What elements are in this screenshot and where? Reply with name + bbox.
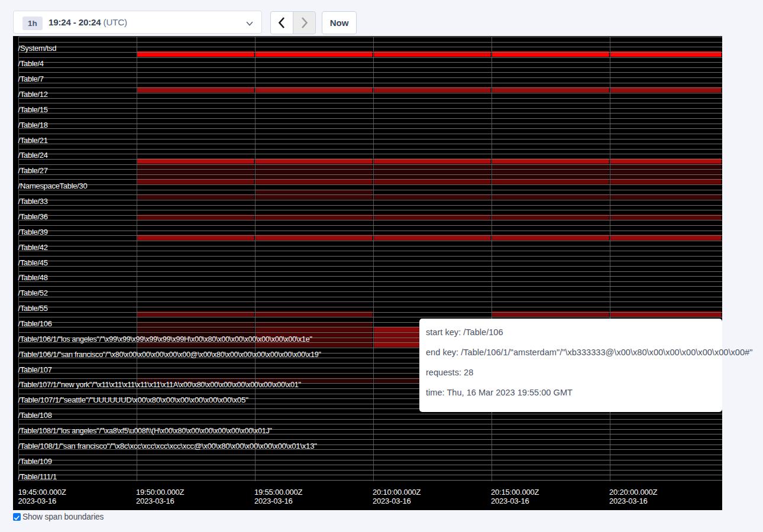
svg-text:19:45:00.000Z: 19:45:00.000Z [18, 488, 67, 497]
svg-text:/NamespaceTable/30: /NamespaceTable/30 [18, 181, 88, 190]
svg-text:/Table/39: /Table/39 [18, 228, 48, 236]
svg-text:/Table/106/1/"los angeles"/"\x: /Table/106/1/"los angeles"/"\x99\x99\x99… [18, 335, 313, 343]
svg-text:2023-03-16: 2023-03-16 [254, 497, 293, 505]
svg-text:/Table/7: /Table/7 [18, 74, 44, 83]
svg-text:/Table/108/1/"san francisco"/": /Table/108/1/"san francisco"/"\x8c\xcc\x… [18, 442, 318, 450]
svg-text:/Table/12: /Table/12 [18, 90, 48, 99]
svg-text:/Table/107/1/"new york"/"\x11\: /Table/107/1/"new york"/"\x11\x11\x11\x1… [18, 380, 302, 389]
svg-text:/Table/107/1/"seattle"/"UUUUUU: /Table/107/1/"seattle"/"UUUUUUD\x00\x80\… [18, 395, 249, 404]
svg-text:/Table/21: /Table/21 [18, 136, 48, 145]
svg-text:/Table/42: /Table/42 [18, 243, 48, 252]
svg-text:2023-03-16: 2023-03-16 [491, 497, 529, 505]
svg-text:/System/tsd: /System/tsd [18, 44, 57, 53]
svg-text:/Table/15: /Table/15 [18, 105, 48, 114]
svg-text:20:15:00.000Z: 20:15:00.000Z [491, 488, 539, 497]
svg-text:19:50:00.000Z: 19:50:00.000Z [136, 488, 185, 497]
svg-text:/Table/18: /Table/18 [18, 121, 48, 129]
svg-text:/Table/109: /Table/109 [18, 457, 52, 466]
svg-text:20:10:00.000Z: 20:10:00.000Z [373, 488, 421, 497]
svg-text:2023-03-16: 2023-03-16 [609, 497, 648, 505]
svg-text:/Table/24: /Table/24 [18, 151, 48, 160]
svg-text:2023-03-16: 2023-03-16 [18, 497, 57, 505]
svg-text:/Table/108/1/"los angeles"/"\x: /Table/108/1/"los angeles"/"\xa8\xf5\u00… [18, 426, 273, 435]
svg-text:/Table/111/1: /Table/111/1 [18, 472, 57, 481]
svg-text:/Table/33: /Table/33 [18, 197, 48, 206]
svg-text:2023-03-16: 2023-03-16 [373, 497, 411, 505]
svg-text:/Table/106/1/"san francisco"/": /Table/106/1/"san francisco"/"\x80\x00\x… [18, 350, 322, 359]
svg-text:/Table/55: /Table/55 [18, 304, 48, 313]
svg-text:/Table/106: /Table/106 [18, 319, 52, 328]
svg-text:2023-03-16: 2023-03-16 [136, 497, 174, 505]
svg-text:/Table/27: /Table/27 [18, 166, 48, 175]
svg-text:/Table/107: /Table/107 [18, 365, 52, 374]
svg-text:19:55:00.000Z: 19:55:00.000Z [254, 488, 303, 497]
svg-text:/Table/48: /Table/48 [18, 273, 48, 282]
svg-text:/Table/108: /Table/108 [18, 411, 52, 420]
svg-text:/Table/36: /Table/36 [18, 212, 48, 221]
svg-text:20:20:00.000Z: 20:20:00.000Z [609, 488, 658, 497]
svg-text:/Table/52: /Table/52 [18, 288, 48, 297]
svg-text:/Table/4: /Table/4 [18, 59, 44, 68]
svg-text:/Table/45: /Table/45 [18, 258, 48, 267]
